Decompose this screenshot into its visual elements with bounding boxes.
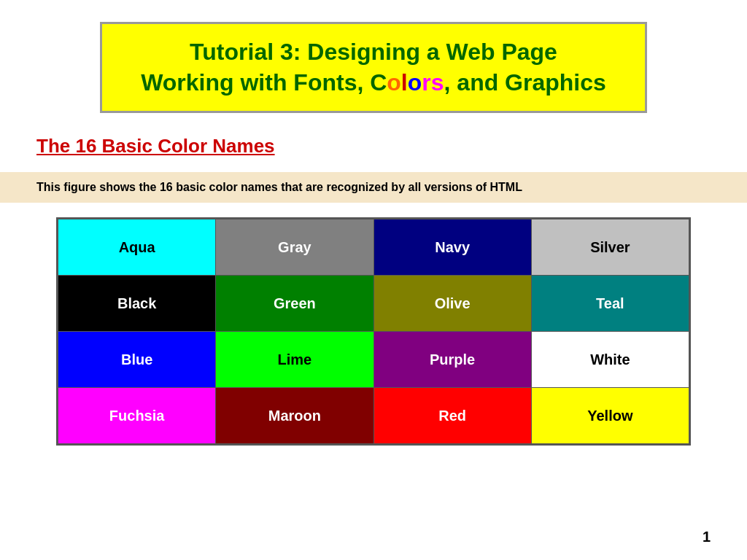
color-table: Aqua Gray Navy Silver Black Green Olive …	[58, 219, 689, 444]
table-row: Blue Lime Purple White	[58, 332, 689, 388]
color-cell-lime: Lime	[216, 332, 374, 388]
color-cell-green: Green	[216, 276, 374, 332]
slide: Tutorial 3: Designing a Web Page Working…	[0, 0, 747, 560]
color-table-wrapper: Aqua Gray Navy Silver Black Green Olive …	[56, 217, 691, 446]
color-cell-olive: Olive	[374, 276, 531, 332]
color-cell-yellow: Yellow	[531, 388, 689, 444]
title-line2: Working with Fonts, Colors, and Graphics	[124, 68, 623, 98]
title-box: Tutorial 3: Designing a Web Page Working…	[100, 22, 647, 113]
color-cell-teal: Teal	[531, 276, 689, 332]
color-cell-navy: Navy	[374, 219, 531, 276]
color-cell-silver: Silver	[531, 219, 689, 276]
color-cell-purple: Purple	[374, 332, 531, 388]
section-heading: The 16 Basic Color Names	[36, 135, 711, 158]
description-text: This figure shows the 16 basic color nam…	[36, 181, 522, 193]
table-row: Black Green Olive Teal	[58, 276, 689, 332]
table-row: Fuchsia Maroon Red Yellow	[58, 388, 689, 444]
page-number: 1	[703, 529, 711, 545]
color-cell-gray: Gray	[216, 219, 374, 276]
description-band: This figure shows the 16 basic color nam…	[0, 172, 747, 203]
table-row: Aqua Gray Navy Silver	[58, 219, 689, 276]
color-cell-fuchsia: Fuchsia	[58, 388, 216, 444]
color-cell-blue: Blue	[58, 332, 216, 388]
title-line1: Tutorial 3: Designing a Web Page	[124, 37, 623, 68]
color-cell-black: Black	[58, 276, 216, 332]
color-cell-white: White	[531, 332, 689, 388]
color-cell-aqua: Aqua	[58, 219, 216, 276]
color-cell-red: Red	[374, 388, 531, 444]
color-cell-maroon: Maroon	[216, 388, 374, 444]
